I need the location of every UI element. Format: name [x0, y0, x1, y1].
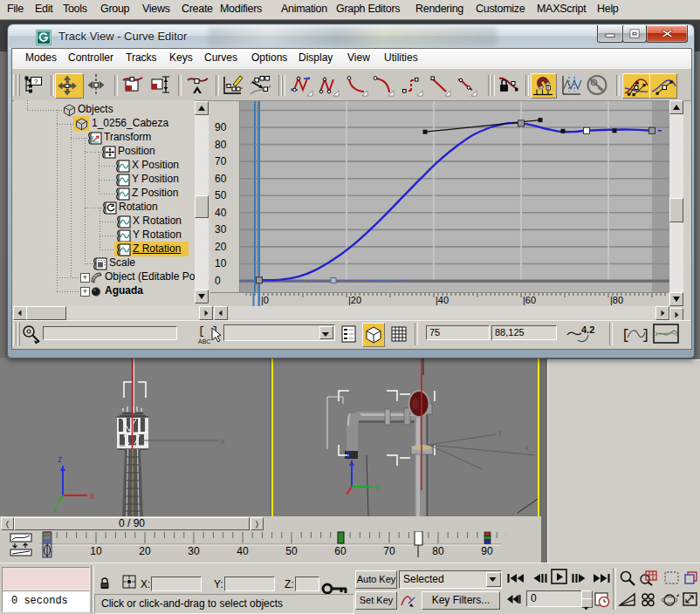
svg-text:x: x	[525, 443, 529, 452]
svg-text:ABC: ABC	[198, 338, 210, 345]
svg-text:20: 20	[139, 545, 151, 557]
svg-text:30: 30	[215, 223, 227, 235]
svg-text:0: 0	[215, 275, 221, 287]
svg-text:40: 40	[237, 545, 249, 557]
svg-text:x: x	[90, 491, 94, 501]
svg-text:|40: |40	[436, 295, 449, 305]
svg-text:|20: |20	[348, 295, 361, 305]
svg-text:60: 60	[215, 173, 227, 185]
svg-text:80: 80	[432, 545, 444, 557]
svg-text:4.2: 4.2	[581, 324, 594, 335]
svg-text:90: 90	[215, 121, 227, 133]
svg-text:40: 40	[215, 207, 227, 219]
svg-text:y: y	[498, 427, 503, 436]
svg-text:]: ]	[642, 328, 649, 344]
svg-text:x: x	[221, 437, 225, 446]
svg-text:|60: |60	[523, 295, 536, 305]
svg-text:50: 50	[285, 545, 298, 557]
svg-text:?: ?	[34, 78, 38, 85]
svg-text:70: 70	[383, 545, 395, 557]
svg-text:x: x	[375, 482, 380, 492]
svg-text:z: z	[58, 454, 62, 464]
svg-text:20: 20	[215, 241, 227, 253]
svg-text:|0: |0	[261, 295, 269, 305]
svg-text:50: 50	[215, 189, 227, 201]
svg-text:10: 10	[90, 545, 102, 557]
svg-text:10: 10	[215, 257, 227, 269]
svg-text:90: 90	[481, 545, 493, 557]
svg-text:|80: |80	[610, 295, 623, 305]
svg-text:z: z	[347, 449, 351, 459]
svg-text:30: 30	[188, 545, 200, 557]
svg-text:70: 70	[215, 155, 227, 167]
svg-text:y: y	[52, 503, 57, 513]
svg-text:80: 80	[215, 139, 227, 151]
svg-text:60: 60	[334, 545, 347, 557]
